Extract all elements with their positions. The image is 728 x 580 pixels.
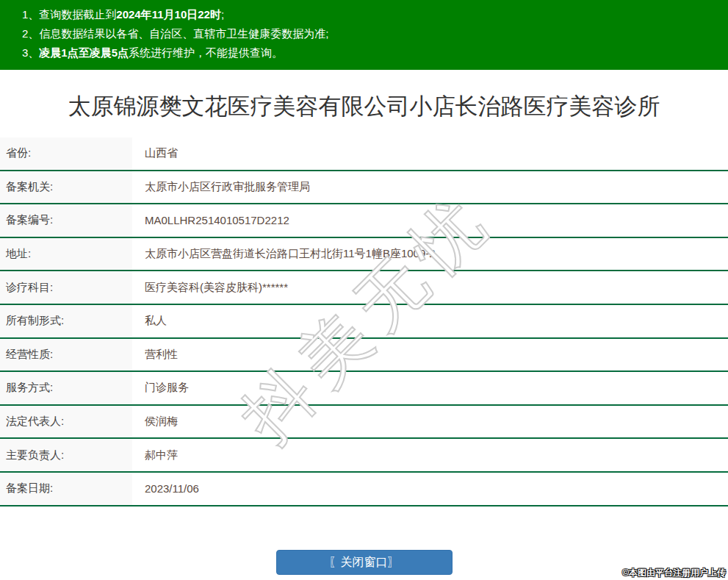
row-value: 医疗美容科(美容皮肤科)******: [132, 281, 288, 295]
table-row-business-nature: 经营性质: 营利性: [0, 339, 728, 373]
table-row-filing-date: 备案日期: 2023/11/06: [0, 473, 728, 506]
notice-line: 1、查询数据截止到2024年11月10日22时;: [22, 5, 713, 24]
row-label: 备案日期:: [0, 473, 132, 505]
row-value: 营利性: [132, 348, 178, 362]
row-value: MA0LLHR2514010517D2212: [132, 214, 289, 226]
row-label: 主要负责人:: [0, 439, 132, 471]
table-row-filing-authority: 备案机关: 太原市小店区行政审批服务管理局: [0, 171, 728, 205]
notice-number: 3、: [22, 46, 39, 59]
row-value: 山西省: [132, 146, 178, 160]
row-label: 服务方式:: [0, 372, 132, 404]
notice-line: 3、凌晨1点至凌晨5点系统进行维护，不能提供查询。: [22, 43, 713, 62]
table-row-filing-number: 备案编号: MA0LLHR2514010517D2212: [0, 204, 728, 238]
row-value: 2023/11/06: [132, 482, 199, 495]
row-value: 太原市小店区行政审批服务管理局: [132, 180, 310, 194]
table-row-departments: 诊疗科目: 医疗美容科(美容皮肤科)******: [0, 271, 728, 305]
table-row-service-mode: 服务方式: 门诊服务: [0, 372, 728, 406]
row-value: 郝中萍: [132, 448, 178, 462]
row-label: 诊疗科目:: [0, 271, 132, 304]
notice-number: 1、: [22, 8, 39, 21]
row-value: 太原市小店区营盘街道长治路口王村北街11号1幢B座1009-2: [132, 247, 436, 261]
row-label: 省份:: [0, 137, 132, 170]
row-label: 备案编号:: [0, 204, 132, 237]
institution-info-table: 省份: 山西省 备案机关: 太原市小店区行政审批服务管理局 备案编号: MA0L…: [0, 137, 728, 506]
notice-line: 2、信息数据结果以各省、自治区、直辖市卫生健康委数据为准;: [22, 24, 713, 43]
row-label: 所有制形式:: [0, 305, 132, 337]
row-value: 私人: [132, 314, 167, 328]
row-value: 门诊服务: [132, 381, 189, 395]
table-row-province: 省份: 山西省: [0, 137, 728, 171]
notice-number: 2、: [22, 27, 39, 40]
row-label: 备案机关:: [0, 171, 132, 204]
table-row-legal-representative: 法定代表人: 侯润梅: [0, 406, 728, 440]
row-value: 侯润梅: [132, 415, 178, 429]
close-window-button[interactable]: 〖关闭窗口〗: [276, 550, 453, 575]
notice-banner: 1、查询数据截止到2024年11月10日22时; 2、信息数据结果以各省、自治区…: [0, 0, 728, 70]
copyright-note: ©本图由平台注册用户上传: [622, 567, 726, 579]
row-label: 经营性质:: [0, 339, 132, 371]
button-area: 〖关闭窗口〗: [0, 550, 728, 575]
table-row-ownership: 所有制形式: 私人: [0, 305, 728, 339]
page-title: 太原锦源樊文花医疗美容有限公司小店长治路医疗美容诊所: [0, 91, 728, 122]
table-row-principal: 主要负责人: 郝中萍: [0, 439, 728, 473]
row-label: 法定代表人:: [0, 406, 132, 438]
row-label: 地址:: [0, 238, 132, 271]
table-row-address: 地址: 太原市小店区营盘街道长治路口王村北街11号1幢B座1009-2: [0, 238, 728, 272]
